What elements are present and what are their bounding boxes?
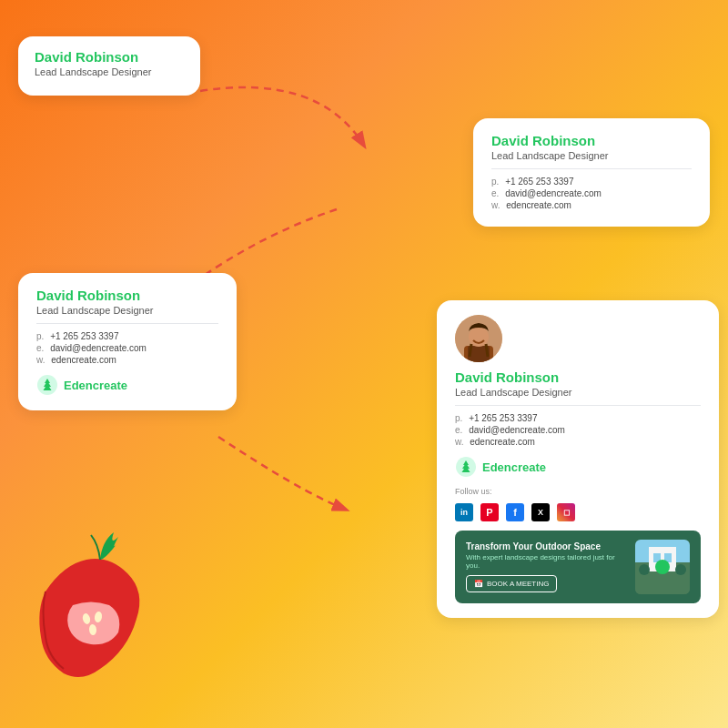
cta-btn-label: BOOK A MEETING: [487, 580, 549, 588]
card-with-logo: David Robinson Lead Landscape Designer p…: [18, 273, 237, 410]
cta-text: Transform Your Outdoor Space With expert…: [466, 541, 628, 592]
cta-banner: Transform Your Outdoor Space With expert…: [455, 531, 701, 603]
card3-phone: p. +1 265 253 3397: [36, 331, 218, 341]
svg-line-6: [470, 344, 471, 357]
linkedin-icon[interactable]: in: [455, 503, 473, 521]
card3-email: e. david@edencreate.com: [36, 343, 218, 353]
card4-title: Lead Landscape Designer: [455, 387, 701, 398]
card1-name: David Robinson: [35, 49, 184, 65]
card1-title: Lead Landscape Designer: [35, 66, 184, 77]
svg-point-15: [639, 564, 650, 575]
card2-phone: p. +1 265 253 3397: [491, 177, 692, 187]
card4-website: w. edencreate.com: [455, 437, 701, 447]
cta-title: Transform Your Outdoor Space: [466, 541, 628, 551]
instagram-icon[interactable]: ◻: [557, 503, 575, 521]
brand-logo-card3: Edencreate: [36, 374, 218, 396]
avatar: [455, 315, 502, 362]
brand-logo-card4: Edencreate: [455, 456, 701, 478]
svg-line-7: [486, 344, 488, 357]
card-simple: David Robinson Lead Landscape Designer: [18, 36, 200, 96]
svg-point-16: [675, 564, 686, 575]
card4-email: e. david@edencreate.com: [455, 425, 701, 435]
cta-image: [635, 540, 690, 594]
card2-email: e. david@edencreate.com: [491, 188, 692, 198]
social-label: Follow us:: [455, 487, 701, 496]
card3-website: w. edencreate.com: [36, 355, 218, 365]
card4-name: David Robinson: [455, 369, 701, 385]
card2-website: w. edencreate.com: [491, 200, 692, 210]
social-row: in P f X ◻: [455, 503, 701, 521]
pinterest-icon[interactable]: P: [480, 503, 499, 521]
tree-icon-card4: [455, 456, 477, 478]
facebook-icon[interactable]: f: [506, 503, 524, 521]
card4-phone: p. +1 265 253 3397: [455, 413, 701, 423]
brand-name-card3: Edencreate: [64, 379, 127, 392]
card3-title: Lead Landscape Designer: [36, 305, 218, 316]
chili-decoration: [18, 519, 218, 701]
card-full: David Robinson Lead Landscape Designer p…: [437, 300, 719, 618]
svg-point-17: [655, 560, 670, 574]
cta-subtitle: With expert landscape designs tailored j…: [466, 553, 628, 570]
calendar-icon: 📅: [474, 580, 483, 588]
card2-name: David Robinson: [491, 133, 692, 148]
book-meeting-button[interactable]: 📅 BOOK A MEETING: [466, 575, 557, 592]
card2-title: Lead Landscape Designer: [491, 150, 692, 161]
tree-icon: [36, 374, 58, 396]
x-icon[interactable]: X: [531, 503, 550, 521]
card3-name: David Robinson: [36, 288, 218, 303]
brand-name-card4: Edencreate: [482, 460, 546, 474]
card-contact-only: David Robinson Lead Landscape Designer p…: [473, 118, 710, 227]
